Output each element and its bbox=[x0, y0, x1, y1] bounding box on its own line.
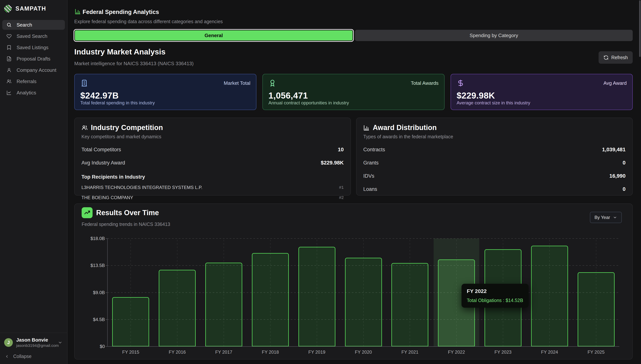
sidebar-item-referrals[interactable]: Referrals bbox=[2, 76, 65, 86]
award-distribution-panel: Award Distribution Types of awards in th… bbox=[356, 118, 633, 196]
sidebar-item-saved-listings[interactable]: Saved Listings bbox=[2, 42, 65, 52]
y-axis-label: $4.5B bbox=[80, 317, 105, 322]
refresh-icon bbox=[603, 55, 608, 60]
user-email: jasonb3194@gmail.com bbox=[16, 343, 54, 348]
dollar-icon bbox=[457, 79, 627, 87]
x-axis-label: FY 2025 bbox=[587, 350, 604, 355]
sidebar-item-company-account[interactable]: Company Account bbox=[2, 65, 65, 75]
panel-title: Industry Competition bbox=[91, 124, 163, 132]
y-tick-mark bbox=[106, 238, 108, 239]
sidebar-item-label: Referrals bbox=[17, 78, 36, 84]
page-title: Federal Spending Analytics bbox=[83, 9, 159, 16]
stat-card-label: Market Total bbox=[224, 80, 250, 86]
table-row: Loans 0 bbox=[363, 186, 625, 192]
table-row: Total Competitors 10 bbox=[82, 146, 344, 152]
x-axis-label: FY 2023 bbox=[494, 350, 511, 355]
y-gridline bbox=[108, 238, 619, 239]
stat-card-market-total: Market Total $242.97B Total federal spen… bbox=[74, 74, 256, 110]
x-axis-label: FY 2020 bbox=[355, 350, 372, 355]
stat-card-label: Avg Award bbox=[603, 80, 627, 86]
sidebar-item-label: Saved Search bbox=[17, 33, 47, 39]
list-item: THE BOEING COMPANY #2 bbox=[82, 195, 344, 200]
tooltip-value: Total Obligations : $14.52B bbox=[467, 298, 523, 303]
x-axis-label: FY 2018 bbox=[262, 350, 279, 355]
x-axis-label: FY 2021 bbox=[401, 350, 418, 355]
stat-card-caption: Average contract size in this industry bbox=[457, 100, 530, 106]
file-text-icon bbox=[7, 56, 12, 62]
collapse-button[interactable]: Collapse bbox=[0, 348, 67, 364]
table-row: Avg Industry Award $229.98K bbox=[82, 160, 344, 166]
sidebar-item-proposal-drafts[interactable]: Proposal Drafts bbox=[2, 54, 65, 64]
recipients-title: Top Recipients in Industry bbox=[82, 174, 344, 180]
tab-bar: General Spending by Category bbox=[74, 30, 633, 41]
table-row: Contracts 1,039,481 bbox=[363, 146, 625, 152]
sidebar-item-analytics[interactable]: Analytics bbox=[2, 88, 65, 98]
panel-subtitle: Key competitors and market dynamics bbox=[82, 134, 344, 140]
section-title: Industry Market Analysis bbox=[74, 48, 166, 56]
user-menu[interactable]: J Jason Bonvie jasonb3194@gmail.com bbox=[0, 337, 67, 348]
y-axis-label: $13.5B bbox=[80, 263, 105, 268]
spending-bar-chart: FY 2025FY 2024FY 2023FY 2022FY 2021FY 20… bbox=[75, 204, 632, 359]
y-axis-label: $18.0B bbox=[80, 236, 105, 241]
tooltip-title: FY 2022 bbox=[467, 288, 523, 294]
stat-card-label: Total Awards bbox=[411, 80, 438, 86]
x-axis-label: FY 2016 bbox=[169, 350, 186, 355]
tab-general[interactable]: General bbox=[74, 30, 353, 41]
chart-tooltip: FY 2022 Total Obligations : $14.52B bbox=[461, 284, 529, 308]
refresh-label: Refresh bbox=[611, 55, 628, 60]
sidebar-item-label: Search bbox=[17, 22, 32, 28]
bar-chart-icon bbox=[75, 8, 81, 15]
y-gridline bbox=[108, 292, 619, 293]
bar-chart-icon bbox=[363, 124, 370, 131]
tab-spending-by-category[interactable]: Spending by Category bbox=[355, 30, 633, 41]
x-axis-label: FY 2019 bbox=[308, 350, 325, 355]
stat-card-value: 1,056,471 bbox=[268, 90, 308, 100]
users-icon bbox=[7, 79, 12, 84]
refresh-button[interactable]: Refresh bbox=[598, 51, 633, 64]
table-row: IDVs 16,990 bbox=[363, 173, 625, 179]
sidebar-item-saved-search[interactable]: Saved Search bbox=[2, 31, 65, 41]
y-gridline bbox=[108, 265, 619, 266]
heart-icon bbox=[7, 34, 12, 39]
sidebar-divider bbox=[0, 333, 67, 333]
stat-card-value: $229.98K bbox=[457, 90, 495, 100]
x-axis-label: FY 2022 bbox=[448, 350, 465, 355]
y-gridline bbox=[108, 319, 619, 320]
vertical-scrollbar[interactable] bbox=[639, 0, 640, 57]
y-tick-mark bbox=[106, 265, 108, 266]
line-chart-icon bbox=[7, 90, 12, 95]
brand-name: SAMPATH bbox=[16, 5, 46, 12]
x-axis-label: FY 2017 bbox=[215, 350, 232, 355]
y-tick-mark bbox=[106, 346, 108, 347]
table-row: Grants 0 bbox=[363, 160, 625, 166]
panel-subtitle: Types of awards in the federal marketpla… bbox=[363, 134, 625, 140]
main-content: Federal Spending Analytics Explore feder… bbox=[68, 0, 641, 364]
stat-card-caption: Annual contract opportunities in industr… bbox=[268, 100, 349, 106]
avatar: J bbox=[4, 338, 13, 347]
search-icon bbox=[7, 22, 12, 28]
y-tick-mark bbox=[106, 319, 108, 320]
sidebar-item-label: Proposal Drafts bbox=[17, 56, 50, 62]
section-subtitle: Market intelligence for NAICS 336413 (NA… bbox=[74, 61, 194, 66]
sidebar: SAMPATH Search Saved Search Saved Listin… bbox=[0, 0, 68, 364]
chevron-left-icon bbox=[5, 354, 10, 359]
y-tick-mark bbox=[106, 292, 108, 293]
sampath-logo-icon bbox=[4, 5, 12, 12]
collapse-label: Collapse bbox=[13, 354, 32, 359]
stat-card-caption: Total federal spending in this industry bbox=[80, 100, 155, 106]
user-name: Jason Bonvie bbox=[16, 337, 54, 343]
list-item: L3HARRIS TECHNOLOGIES INTEGRATED SYSTEMS… bbox=[82, 185, 344, 190]
sidebar-item-label: Saved Listings bbox=[17, 45, 49, 50]
x-axis-label: FY 2024 bbox=[541, 350, 558, 355]
industry-competition-panel: Industry Competition Key competitors and… bbox=[74, 118, 351, 196]
panel-title: Award Distribution bbox=[373, 124, 437, 132]
stat-card-value: $242.97B bbox=[80, 90, 119, 100]
x-axis-label: FY 2015 bbox=[122, 350, 139, 355]
sidebar-item-search[interactable]: Search bbox=[2, 20, 65, 30]
results-over-time-panel: Results Over Time Federal spending trend… bbox=[74, 204, 633, 360]
sidebar-item-label: Analytics bbox=[17, 90, 36, 96]
page-subtitle: Explore federal spending data across dif… bbox=[74, 19, 223, 24]
brand: SAMPATH bbox=[0, 0, 67, 12]
sidebar-item-label: Company Account bbox=[17, 67, 56, 73]
chevron-down-icon bbox=[58, 340, 63, 345]
